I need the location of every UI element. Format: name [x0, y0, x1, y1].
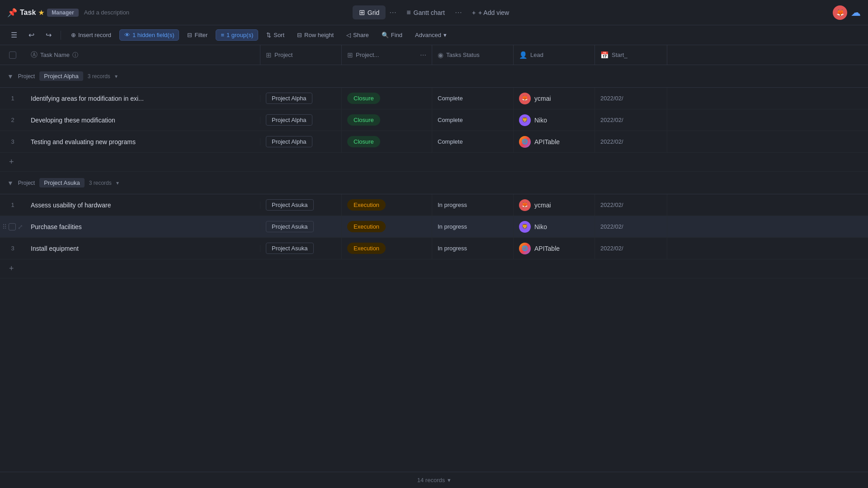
group-alpha-count-arrow[interactable]: ▾ — [115, 73, 118, 80]
row-task-1[interactable]: Identifying areas for modification in ex… — [25, 95, 260, 102]
sort-button[interactable]: ⇅ Sort — [262, 30, 289, 40]
share-label: Share — [353, 32, 369, 38]
hidden-fields-button[interactable]: 👁 1 hidden field(s) — [119, 29, 179, 41]
row-status-a3[interactable]: In progress — [432, 238, 514, 259]
row-status-2[interactable]: Complete — [432, 109, 514, 131]
table-footer: 14 records ▾ — [0, 472, 868, 488]
row-project-3[interactable]: Project Alpha — [260, 131, 342, 152]
row-lead-2[interactable]: 🦁 Niko — [514, 109, 595, 131]
row-project-1[interactable]: Project Alpha — [260, 88, 342, 109]
phase-tag: Closure — [347, 136, 380, 147]
search-icon: 🔍 — [382, 32, 389, 38]
undo-button[interactable]: ↩ — [24, 28, 38, 42]
group-button[interactable]: ≡ 1 group(s) — [216, 29, 258, 41]
lead-avatar: 🌐 — [519, 136, 531, 148]
redo-button[interactable]: ↪ — [42, 28, 55, 42]
row-phase-a2[interactable]: Execution — [342, 216, 432, 237]
row-project-a2[interactable]: Project Asuka — [260, 216, 342, 237]
row-lead-3[interactable]: 🌐 APITable — [514, 131, 595, 152]
menu-toggle[interactable]: ☰ — [7, 28, 21, 42]
row-task-a1[interactable]: Assess usability of hardware — [25, 202, 260, 209]
row-phase-1[interactable]: Closure — [342, 88, 432, 109]
row-phase-a1[interactable]: Execution — [342, 194, 432, 216]
status-value: Complete — [438, 138, 463, 145]
avatar-emoji: 🦊 — [836, 9, 844, 16]
add-description[interactable]: Add a description — [84, 9, 129, 16]
group-alpha-tag[interactable]: Project Alpha — [39, 71, 83, 81]
group-asuka-count-arrow[interactable]: ▾ — [116, 180, 119, 186]
row-status-1[interactable]: Complete — [432, 88, 514, 109]
row-phase-2[interactable]: Closure — [342, 109, 432, 131]
row-lead-a1[interactable]: 🦊 ycmai — [514, 194, 595, 216]
start-date: 2022/02/ — [600, 223, 623, 230]
project-tag: Project Alpha — [266, 136, 312, 147]
info-icon[interactable]: ⓘ — [72, 51, 78, 59]
advanced-label: Advanced — [415, 32, 441, 38]
row-status-a2[interactable]: In progress — [432, 216, 514, 237]
row-lead-a3[interactable]: 🌐 APITable — [514, 238, 595, 259]
sort-label: Sort — [274, 32, 284, 38]
share-icon: ◁ — [346, 32, 351, 38]
th-phase-label: Project... — [356, 52, 379, 58]
grid-more-icon[interactable]: ⋯ — [387, 6, 398, 19]
avatar-user1[interactable]: 🦊 — [833, 5, 847, 20]
row-height-icon: ⊟ — [297, 32, 302, 38]
row-project-a1[interactable]: Project Asuka — [260, 194, 342, 216]
tab-gantt[interactable]: ≡ Gantt chart — [400, 6, 451, 19]
add-row-asuka[interactable]: + — [0, 259, 868, 278]
star-icon[interactable]: ★ — [38, 9, 44, 16]
row-task-a3[interactable]: Install equipment — [25, 245, 260, 252]
status-value: In progress — [438, 202, 467, 208]
lead-icon: 👤 — [519, 51, 528, 59]
filter-button[interactable]: ⊟ Filter — [183, 30, 212, 40]
start-date: 2022/02/ — [600, 117, 623, 123]
gantt-more-icon[interactable]: ⋯ — [453, 6, 464, 19]
row-number: 2 — [11, 117, 14, 123]
group-asuka-chevron[interactable]: ▼ — [7, 179, 14, 187]
group-label: 1 group(s) — [226, 32, 253, 38]
expand-icon[interactable]: ⤢ — [18, 223, 23, 230]
add-row-icon: + — [9, 264, 14, 273]
table-row: 1 Assess usability of hardware Project A… — [0, 194, 868, 216]
row-project-2[interactable]: Project Alpha — [260, 109, 342, 131]
tab-grid[interactable]: ⊞ Grid — [353, 5, 386, 19]
th-status-label: Tasks Status — [446, 52, 480, 58]
share-button[interactable]: ◁ Share — [342, 30, 373, 40]
header-check — [0, 52, 25, 59]
row-phase-3[interactable]: Closure — [342, 131, 432, 152]
drag-handle-icon[interactable]: ⠿ — [2, 223, 7, 230]
group-alpha-header: ▼ Project Project Alpha 3 records ▾ — [0, 65, 868, 88]
pin-icon: 📌 — [7, 8, 17, 18]
row-num-a1: 1 — [0, 202, 25, 208]
row-status-3[interactable]: Complete — [432, 131, 514, 152]
lead-avatar: 🦁 — [519, 114, 531, 126]
row-lead-1[interactable]: 🦊 ycmai — [514, 88, 595, 109]
table-row: 1 Identifying areas for modification in … — [0, 88, 868, 109]
row-number: 3 — [11, 245, 14, 252]
phase-tag: Closure — [347, 114, 380, 126]
add-row-icon: + — [9, 157, 14, 167]
group-alpha-chevron[interactable]: ▼ — [7, 73, 14, 80]
total-records: 14 records — [417, 477, 445, 483]
phase-more-icon[interactable]: ⋯ — [420, 52, 426, 59]
row-height-button[interactable]: ⊟ Row height — [292, 30, 338, 40]
add-row-alpha[interactable]: + — [0, 153, 868, 172]
advanced-button[interactable]: Advanced ▾ — [410, 30, 451, 40]
select-all-checkbox[interactable] — [9, 52, 16, 59]
group-asuka-tag[interactable]: Project Asuka — [39, 178, 85, 188]
add-view-button[interactable]: + + Add view — [466, 6, 515, 19]
row-task-a2[interactable]: Purchase facilities — [25, 223, 260, 230]
cloud-icon[interactable]: ☁ — [851, 7, 861, 19]
insert-record-button[interactable]: ⊕ Insert record — [66, 30, 116, 40]
row-status-a1[interactable]: In progress — [432, 194, 514, 216]
row-lead-a2[interactable]: 🦁 Niko — [514, 216, 595, 237]
row-phase-a3[interactable]: Execution — [342, 238, 432, 259]
row-task-2[interactable]: Developing these modification — [25, 117, 260, 124]
row-start-a3: 2022/02/ — [595, 238, 667, 259]
lead-avatar: 🦊 — [519, 199, 531, 211]
footer-arrow-icon[interactable]: ▾ — [448, 477, 451, 483]
row-project-a3[interactable]: Project Asuka — [260, 238, 342, 259]
find-button[interactable]: 🔍 Find — [377, 30, 407, 40]
row-task-3[interactable]: Testing and evaluating new programs — [25, 138, 260, 145]
row-checkbox[interactable] — [9, 223, 16, 230]
